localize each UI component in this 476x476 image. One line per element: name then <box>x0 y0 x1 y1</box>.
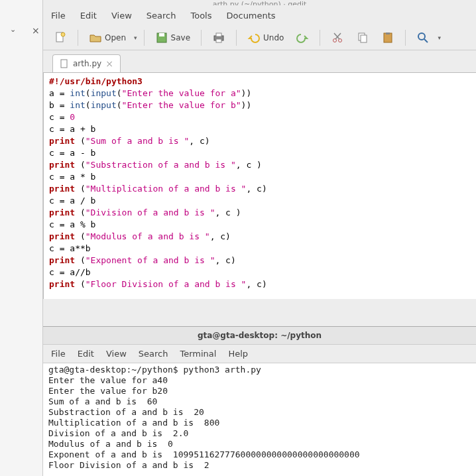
code-line: c = a * b <box>49 172 95 182</box>
svg-point-13 <box>418 33 425 40</box>
code-line: c = a + b <box>49 124 95 134</box>
term-menu-file[interactable]: File <box>51 349 66 359</box>
separator <box>201 30 202 46</box>
menu-documents[interactable]: Documents <box>227 11 276 21</box>
term-line: Modulus of a and b is 0 <box>48 439 173 449</box>
code-line: print ("Sum of a and b is ", c) <box>49 136 210 146</box>
terminal-menubar: File Edit View Search Terminal Help <box>43 345 476 363</box>
code-line: c = a**b <box>49 243 91 253</box>
code-line: c = a % b <box>49 219 95 229</box>
print-button[interactable] <box>208 29 229 47</box>
term-menu-edit[interactable]: Edit <box>78 349 94 359</box>
new-file-button[interactable] <box>50 29 71 47</box>
menu-file[interactable]: File <box>51 11 66 21</box>
terminal-window: gta@gta-desktop: ~/python File Edit View… <box>43 326 476 476</box>
term-menu-help[interactable]: Help <box>228 349 248 359</box>
code-line: print ("Modulus of a and b is ", c) <box>49 231 231 241</box>
open-label: Open <box>105 33 126 42</box>
code-line: print ("Division of a and b is ", c ) <box>49 208 241 217</box>
printer-icon <box>212 31 225 44</box>
code-line: a = int(input("Enter the value for a")) <box>49 88 251 98</box>
code-line: c = a - b <box>49 148 95 158</box>
left-panel: ⌄ × <box>0 0 43 476</box>
term-menu-search[interactable]: Search <box>139 349 168 359</box>
code-line: print ("Exponent of a and b is ", c) <box>49 255 236 265</box>
search-icon <box>416 31 430 44</box>
copy-icon <box>356 31 369 44</box>
tab-close-icon[interactable]: × <box>105 58 113 69</box>
term-line: Multiplication of a and b is 800 <box>48 418 219 428</box>
code-line: b = int(input("Enter the value for b")) <box>49 100 251 110</box>
svg-point-1 <box>61 32 65 36</box>
svg-rect-10 <box>361 35 367 42</box>
separator <box>405 30 406 46</box>
separator <box>236 30 237 46</box>
save-button[interactable]: Save <box>151 29 194 47</box>
code-editor[interactable]: #!/usr/bin/python3 a = int(input("Enter … <box>43 72 476 299</box>
code-line: print ("Multiplication of a and b is ", … <box>49 184 267 194</box>
open-button[interactable]: Open <box>85 29 130 47</box>
gedit-menubar: File Edit View Search Tools Documents <box>43 5 476 26</box>
paste-button[interactable] <box>377 29 398 47</box>
redo-button[interactable] <box>292 29 313 47</box>
svg-rect-6 <box>216 39 221 42</box>
open-dropdown-icon[interactable]: ▾ <box>134 34 137 41</box>
terminal-title: gta@gta-desktop: ~/python <box>43 327 476 345</box>
search-button[interactable] <box>412 29 434 47</box>
menu-edit[interactable]: Edit <box>80 11 97 21</box>
close-icon[interactable]: × <box>32 25 40 36</box>
code-line: print ("Floor Division of a and b is ", … <box>49 279 267 289</box>
svg-rect-5 <box>216 33 221 36</box>
redo-icon <box>296 31 309 44</box>
cut-button[interactable] <box>327 29 348 47</box>
tab-bar: arth.py × <box>43 50 476 72</box>
term-line: Exponent of a and b is 10995116277760000… <box>48 449 360 459</box>
menu-search[interactable]: Search <box>147 11 176 21</box>
menu-view[interactable]: View <box>111 11 132 21</box>
term-menu-view[interactable]: View <box>106 349 127 359</box>
save-icon <box>155 31 168 44</box>
code-line: #!/usr/bin/python3 <box>49 76 143 86</box>
undo-button[interactable]: Undo <box>243 29 288 47</box>
clipboard-icon <box>381 31 394 44</box>
undo-label: Undo <box>263 33 284 42</box>
search-dropdown-icon[interactable]: ▾ <box>438 34 441 41</box>
separator <box>320 30 320 46</box>
term-menu-terminal[interactable]: Terminal <box>180 349 216 359</box>
undo-icon <box>247 31 261 44</box>
terminal-output[interactable]: gta@gta-desktop:~/python$ python3 arth.p… <box>43 363 476 476</box>
chevron-down-icon[interactable]: ⌄ <box>10 25 16 34</box>
gedit-window: arth.py (~/python) · gedit File Edit Vie… <box>43 0 476 476</box>
scissors-icon <box>331 31 344 44</box>
new-file-icon <box>54 31 67 44</box>
svg-rect-14 <box>61 60 67 68</box>
separator <box>144 30 145 46</box>
gedit-toolbar: Open ▾ Save Undo <box>43 26 476 50</box>
term-line: Enter the value for b20 <box>48 386 168 396</box>
term-line: Substraction of a and b is 20 <box>48 407 204 417</box>
svg-rect-3 <box>159 33 164 36</box>
copy-button[interactable] <box>352 29 373 47</box>
document-icon <box>60 59 69 68</box>
window-title: arth.py (~/python) · gedit <box>43 0 476 5</box>
term-line: gta@gta-desktop:~/python$ python3 arth.p… <box>48 365 261 375</box>
folder-open-icon <box>89 31 102 44</box>
menu-tools[interactable]: Tools <box>190 11 211 21</box>
save-label: Save <box>171 33 190 42</box>
tab-label: arth.py <box>73 59 101 68</box>
term-line: Floor Division of a and b is 2 <box>48 460 209 470</box>
code-line: print ("Substraction of a and b is ", c … <box>49 160 262 170</box>
code-line: c = a//b <box>49 267 91 277</box>
code-line: c = a / b <box>49 196 95 206</box>
code-line: c = 0 <box>49 112 75 122</box>
separator <box>78 30 78 46</box>
term-line: Enter the value for a40 <box>48 375 168 385</box>
svg-rect-12 <box>386 32 390 34</box>
svg-rect-11 <box>384 33 392 42</box>
term-line: Division of a and b is 2.0 <box>48 428 188 438</box>
tab-arth-py[interactable]: arth.py × <box>52 54 121 72</box>
term-line: Sum of a and b is 60 <box>48 396 157 406</box>
